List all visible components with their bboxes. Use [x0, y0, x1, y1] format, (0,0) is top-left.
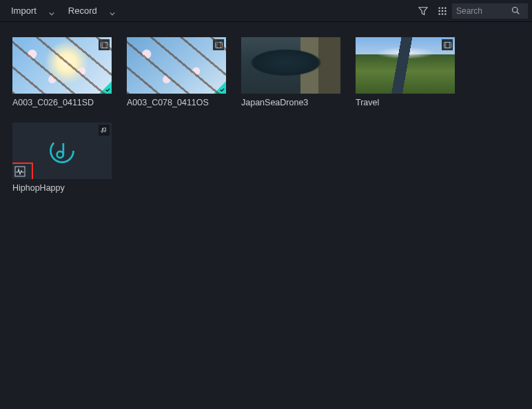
- thumbnail[interactable]: [356, 37, 455, 94]
- search-input[interactable]: [456, 6, 511, 16]
- media-label: A003_C026_0411SD: [12, 98, 112, 107]
- media-item[interactable]: A003_C026_0411SD: [12, 37, 112, 107]
- media-label: HiphopHappy: [12, 183, 112, 193]
- svg-point-9: [513, 7, 518, 12]
- svg-rect-11: [101, 42, 108, 48]
- svg-point-3: [438, 10, 440, 11]
- media-item[interactable]: JapanSeaDrone3: [241, 37, 340, 107]
- record-label: Record: [68, 6, 97, 16]
- used-checkmark-icon: [99, 81, 112, 94]
- toolbar: Import Record: [0, 0, 532, 22]
- audio-type-icon: [99, 125, 110, 136]
- video-type-icon: [442, 39, 453, 50]
- beat-detect-icon[interactable]: [14, 165, 26, 178]
- svg-rect-17: [329, 42, 336, 48]
- video-type-icon: [99, 39, 110, 50]
- filter-icon[interactable]: [413, 1, 433, 21]
- media-grid: A003_C026_0411SD A003_C078_0411OS JapanS…: [0, 22, 532, 208]
- svg-point-5: [444, 10, 446, 11]
- video-type-icon: [213, 39, 224, 50]
- thumbnail[interactable]: [241, 37, 340, 94]
- import-label: Import: [11, 6, 37, 16]
- search-icon[interactable]: [511, 5, 520, 17]
- svg-point-0: [438, 7, 440, 8]
- audio-wave-icon: [47, 136, 77, 166]
- media-item[interactable]: HiphopHappy: [12, 123, 112, 193]
- svg-point-1: [442, 7, 443, 8]
- search-box: [452, 3, 528, 19]
- grid-view-icon[interactable]: [433, 1, 452, 21]
- svg-point-8: [444, 13, 446, 14]
- video-type-icon: [327, 39, 338, 50]
- thumbnail[interactable]: [12, 37, 112, 94]
- media-label: JapanSeaDrone3: [241, 98, 340, 107]
- chevron-down-icon: [49, 8, 54, 14]
- svg-point-6: [438, 13, 440, 14]
- import-menu[interactable]: Import: [4, 0, 61, 21]
- svg-rect-14: [215, 42, 222, 48]
- svg-point-7: [442, 13, 443, 14]
- chevron-down-icon: [110, 8, 115, 14]
- used-checkmark-icon: [214, 81, 226, 94]
- svg-point-23: [51, 140, 74, 162]
- record-menu[interactable]: Record: [61, 0, 122, 21]
- svg-line-10: [517, 12, 519, 14]
- svg-point-4: [442, 10, 443, 11]
- media-item[interactable]: A003_C078_0411OS: [127, 37, 226, 107]
- media-label: A003_C078_0411OS: [127, 98, 226, 107]
- media-item[interactable]: Travel: [356, 37, 455, 107]
- media-label: Travel: [356, 98, 455, 107]
- svg-rect-20: [444, 42, 451, 48]
- thumbnail[interactable]: [12, 123, 112, 179]
- svg-point-2: [444, 7, 446, 8]
- thumbnail[interactable]: [127, 37, 226, 94]
